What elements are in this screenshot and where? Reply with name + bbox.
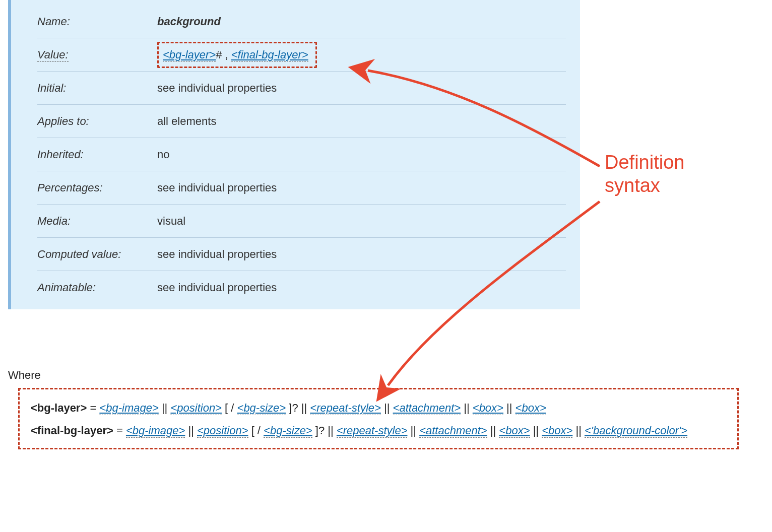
row-inherited: Inherited: no [37,138,566,171]
link-box1[interactable]: <box> [473,402,503,415]
link-bg-size[interactable]: <bg-size> [237,402,286,415]
label-value: Value: [37,48,157,61]
grammar-final-bg-layer: <final-bg-layer> = <bg-image> || <positi… [31,422,726,439]
row-initial: Initial: see individual properties [37,72,566,105]
link-background-color[interactable]: <'background-color'> [585,424,687,438]
value-animatable: see individual properties [157,281,566,294]
link-repeat-style2[interactable]: <repeat-style> [337,424,408,438]
link-position[interactable]: <position> [170,402,222,415]
grammar-box: <bg-layer> = <bg-image> || <position> [ … [18,388,739,449]
value-applies-to: all elements [157,115,566,128]
value-percentages: see individual properties [157,181,566,194]
row-name: Name: background [37,5,566,38]
row-animatable: Animatable: see individual properties [37,271,566,304]
value-syntax-highlighted: <bg-layer># , <final-bg-layer> [157,42,317,68]
row-applies-to: Applies to: all elements [37,105,566,138]
link-bg-size2[interactable]: <bg-size> [264,424,312,438]
link-attachment[interactable]: <attachment> [393,402,461,415]
label-applies-to: Applies to: [37,115,157,128]
value-initial: see individual properties [157,82,566,95]
link-attachment2[interactable]: <attachment> [419,424,487,438]
label-computed-value: Computed value: [37,248,157,261]
link-repeat-style[interactable]: <repeat-style> [310,402,381,415]
label-percentages: Percentages: [37,181,157,194]
value-name: background [157,15,566,28]
property-definition-table: Name: background Value: <bg-layer># , <f… [8,0,580,309]
label-initial: Initial: [37,82,157,95]
link-box3[interactable]: <box> [499,424,530,438]
label-media: Media: [37,215,157,228]
row-media: Media: visual [37,205,566,238]
value-media: visual [157,215,566,228]
label-animatable: Animatable: [37,281,157,294]
grammar-bg-layer: <bg-layer> = <bg-image> || <position> [ … [31,400,726,416]
link-bg-image2[interactable]: <bg-image> [126,424,185,438]
label-inherited: Inherited: [37,148,157,161]
label-name: Name: [37,15,157,28]
value-value: <bg-layer># , <final-bg-layer> [157,42,566,68]
where-label: Where [8,369,41,382]
row-computed-value: Computed value: see individual propertie… [37,238,566,271]
link-bg-image[interactable]: <bg-image> [99,402,158,415]
row-percentages: Percentages: see individual properties [37,171,566,205]
link-bg-layer[interactable]: <bg-layer> [163,48,216,62]
value-computed-value: see individual properties [157,248,566,261]
row-value: Value: <bg-layer># , <final-bg-layer> [37,38,566,72]
value-inherited: no [157,148,566,161]
link-position2[interactable]: <position> [197,424,248,438]
annotation-definition-syntax: Definition syntax [605,151,684,197]
link-final-bg-layer[interactable]: <final-bg-layer> [231,48,308,62]
link-box2[interactable]: <box> [516,402,546,415]
link-box4[interactable]: <box> [542,424,572,438]
